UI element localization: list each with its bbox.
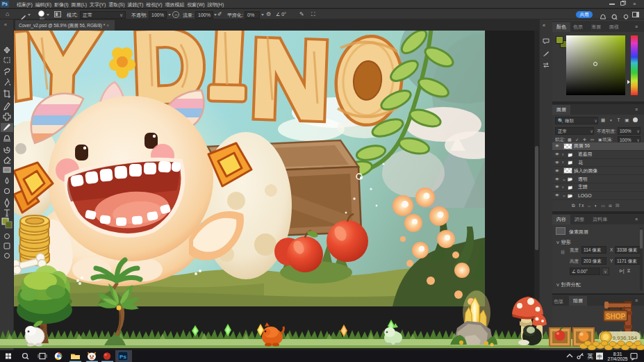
svg-text:9,936,164: 9,936,164 xyxy=(612,335,637,341)
svg-text:⋯: ⋯ xyxy=(5,212,9,216)
svg-text:中: 中 xyxy=(597,354,602,359)
svg-text:«: « xyxy=(4,22,7,27)
svg-text:8:31: 8:31 xyxy=(613,352,622,356)
svg-text:N: N xyxy=(249,31,332,141)
svg-text:27/4/2025: 27/4/2025 xyxy=(608,356,628,361)
svg-text:Ps: Ps xyxy=(119,354,126,360)
svg-text:英: 英 xyxy=(587,353,593,360)
svg-text:SHOP: SHOP xyxy=(606,313,626,320)
